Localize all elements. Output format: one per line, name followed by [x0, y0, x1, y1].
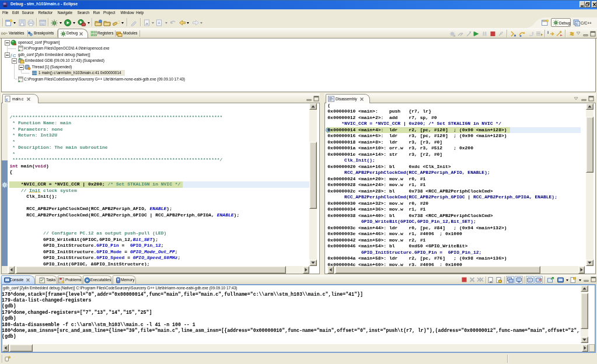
svg-text:C: C — [576, 22, 579, 26]
svg-text:C: C — [13, 53, 16, 58]
svg-text:010: 010 — [40, 22, 45, 25]
svg-text:c: c — [6, 97, 8, 101]
